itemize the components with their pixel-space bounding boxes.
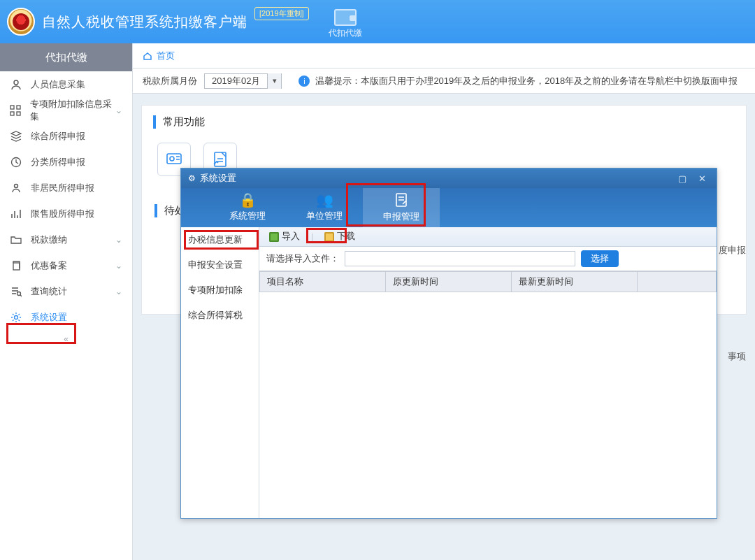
svg-point-0: [14, 80, 18, 85]
window-close-button[interactable]: ✕: [694, 173, 710, 184]
table-col-empty: [638, 272, 717, 292]
dialog-left-nav: 办税信息更新 申报安全设置 专项附加扣除 综合所得算税: [181, 227, 259, 518]
gear-icon: [10, 312, 22, 323]
file-path-input[interactable]: [345, 251, 575, 266]
svg-rect-2: [17, 106, 20, 109]
person-alt-icon: [10, 182, 22, 194]
dialog-toolbar: 导入 | 下载: [259, 227, 717, 247]
dialog-leftnav-item-deduction[interactable]: 专项附加扣除: [181, 278, 259, 303]
dialog-leftnav-item-calctax[interactable]: 综合所得算税: [181, 303, 259, 328]
dialog-leftnav-item-taxinfo[interactable]: 办税信息更新: [181, 227, 259, 252]
app-logo-emblem: [7, 8, 35, 36]
sidebar-item-label: 系统设置: [31, 311, 67, 324]
svg-point-8: [17, 292, 21, 295]
toolbar-download-button[interactable]: 下载: [319, 229, 361, 244]
lock-icon: 🔒: [239, 193, 257, 207]
sidebar-collapse-toggle[interactable]: «: [0, 330, 132, 348]
app-title: 自然人税收管理系统扣缴客户端: [42, 13, 247, 31]
sidebar-item-nonresident-declare[interactable]: 非居民所得申报: [0, 175, 132, 201]
grid-icon: [10, 105, 22, 116]
sidebar-item-system-settings[interactable]: 系统设置: [0, 304, 132, 330]
table-col-newtime[interactable]: 最新更新时间: [512, 272, 638, 292]
section-common-functions: 常用功能: [153, 115, 735, 129]
svg-rect-3: [10, 112, 14, 115]
sidebar-item-query-stats[interactable]: 查询统计 ⌄: [0, 278, 132, 304]
dialog-tabs: 🔒 系统管理 👥 单位管理 申报管理: [181, 188, 717, 227]
version-badge: [2019年重制]: [254, 7, 309, 20]
period-select[interactable]: 2019年02月 ▾: [204, 73, 282, 89]
sidebar-item-personnel[interactable]: 人员信息采集: [0, 71, 132, 97]
dialog-tab-label: 单位管理: [306, 210, 343, 222]
app-header: 自然人税收管理系统扣缴客户端 [2019年重制] 代扣代缴: [0, 0, 755, 43]
dialog-right-pane: 导入 | 下载 请选择导入文件： 选择 项目名称 原更新: [259, 227, 717, 518]
search-list-icon: [10, 286, 22, 297]
chevron-down-icon: ⌄: [115, 235, 122, 245]
chevron-down-icon: ⌄: [115, 287, 122, 296]
sidebar-item-label: 综合所得申报: [31, 130, 85, 143]
dialog-tab-declare[interactable]: 申报管理: [363, 188, 440, 227]
dialog-tab-label: 系统管理: [229, 210, 266, 222]
sidebar-header: 代扣代缴: [0, 43, 132, 71]
group-icon: 👥: [316, 193, 333, 207]
svg-rect-4: [17, 112, 20, 115]
person-icon: [10, 79, 22, 90]
copy-icon: [10, 260, 22, 271]
sidebar: 代扣代缴 人员信息采集 专项附加扣除信息采集 ⌄ 综合所得申报 分类所得申报: [0, 43, 133, 560]
dialog-tab-system[interactable]: 🔒 系统管理: [209, 188, 286, 227]
document-edit-icon: [394, 192, 409, 208]
sidebar-item-label: 查询统计: [31, 285, 67, 298]
breadcrumb-home[interactable]: 首页: [157, 50, 175, 62]
svg-rect-1: [10, 106, 14, 109]
window-restore-button[interactable]: ▢: [675, 173, 690, 184]
table-col-name[interactable]: 项目名称: [260, 272, 386, 292]
dialog-file-row: 请选择导入文件： 选择: [259, 247, 717, 271]
chevron-down-icon: ⌄: [115, 261, 122, 271]
sidebar-item-synth-declare[interactable]: 综合所得申报: [0, 123, 132, 149]
sidebar-item-tax-payment[interactable]: 税款缴纳 ⌄: [0, 227, 132, 252]
gear-icon: ⚙: [188, 173, 196, 183]
period-label: 税款所属月份: [143, 75, 197, 87]
dialog-titlebar[interactable]: ⚙ 系统设置 ▢ ✕: [181, 168, 717, 188]
sidebar-item-label: 非居民所得申报: [31, 182, 94, 194]
side-label-items: 事项: [728, 350, 746, 363]
header-module-label: 代扣代缴: [329, 27, 362, 39]
sidebar-item-label: 限售股所得申报: [31, 208, 94, 220]
home-icon: [143, 52, 152, 60]
sidebar-item-label: 税款缴纳: [31, 234, 67, 246]
dialog-table: 项目名称 原更新时间 最新更新时间: [259, 271, 717, 292]
folder-icon: [10, 234, 22, 245]
sidebar-item-label: 优惠备案: [31, 259, 67, 272]
chevron-down-icon: ▾: [267, 73, 281, 89]
sidebar-item-preference-record[interactable]: 优惠备案 ⌄: [0, 252, 132, 278]
svg-rect-7: [13, 263, 20, 270]
svg-point-11: [170, 157, 174, 161]
file-row-label: 请选择导入文件：: [266, 252, 339, 265]
toolbar-import-label: 导入: [282, 231, 300, 243]
period-bar: 税款所属月份 2019年02月 ▾ i 温馨提示：本版面只用于办理2019年及之…: [133, 69, 755, 94]
sidebar-item-deduction-collect[interactable]: 专项附加扣除信息采集 ⌄: [0, 97, 132, 123]
sidebar-item-category-declare[interactable]: 分类所得申报: [0, 149, 132, 175]
barchart-icon: [10, 208, 22, 220]
sidebar-item-label: 分类所得申报: [31, 156, 85, 168]
breadcrumb: 首页: [133, 43, 755, 69]
stack-icon: [10, 131, 22, 142]
period-tip-text: 温馨提示：本版面只用于办理2019年及之后的申报业务，2018年及之前的业务请在…: [315, 75, 738, 87]
toolbar-import-button[interactable]: 导入: [264, 229, 305, 244]
sidebar-item-label: 人员信息采集: [31, 78, 85, 91]
import-icon: [269, 232, 279, 242]
svg-point-6: [15, 184, 18, 187]
chevron-down-icon: ⌄: [115, 106, 122, 115]
system-settings-dialog: ⚙ 系统设置 ▢ ✕ 🔒 系统管理 👥 单位管理 申报管理 办税信息更新 申报安…: [180, 168, 717, 519]
dialog-tab-unit[interactable]: 👥 单位管理: [286, 188, 363, 227]
download-icon: [324, 232, 334, 242]
info-icon: i: [299, 76, 310, 87]
header-module-tab[interactable]: 代扣代缴: [329, 9, 362, 39]
sidebar-item-label: 专项附加扣除信息采集: [30, 98, 115, 123]
choose-file-button[interactable]: 选择: [581, 250, 619, 267]
table-col-oldtime[interactable]: 原更新时间: [386, 272, 512, 292]
sidebar-item-restricted-stock[interactable]: 限售股所得申报: [0, 201, 132, 227]
wallet-icon: [334, 9, 357, 26]
dialog-title-text: 系统设置: [200, 172, 236, 185]
dialog-leftnav-item-security[interactable]: 申报安全设置: [181, 252, 259, 278]
clock-icon: [10, 157, 22, 168]
